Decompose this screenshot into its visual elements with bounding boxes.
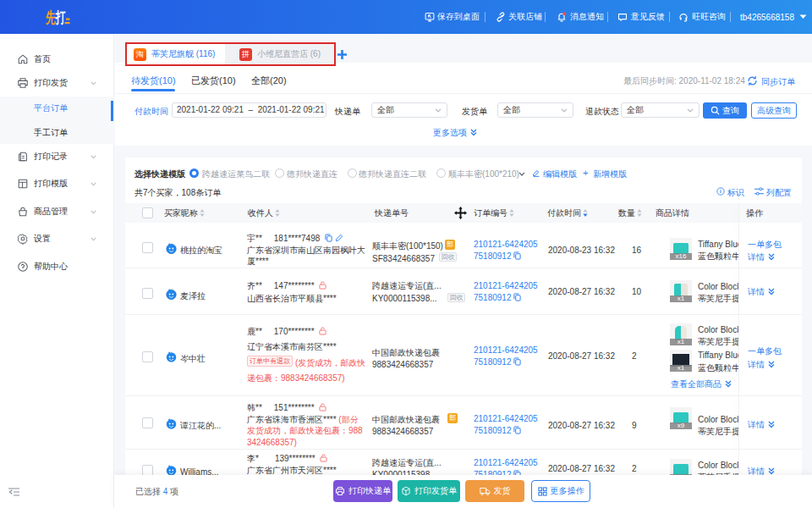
svg-text:打: 打 [55, 8, 66, 25]
svg-text:先: 先 [46, 8, 56, 25]
